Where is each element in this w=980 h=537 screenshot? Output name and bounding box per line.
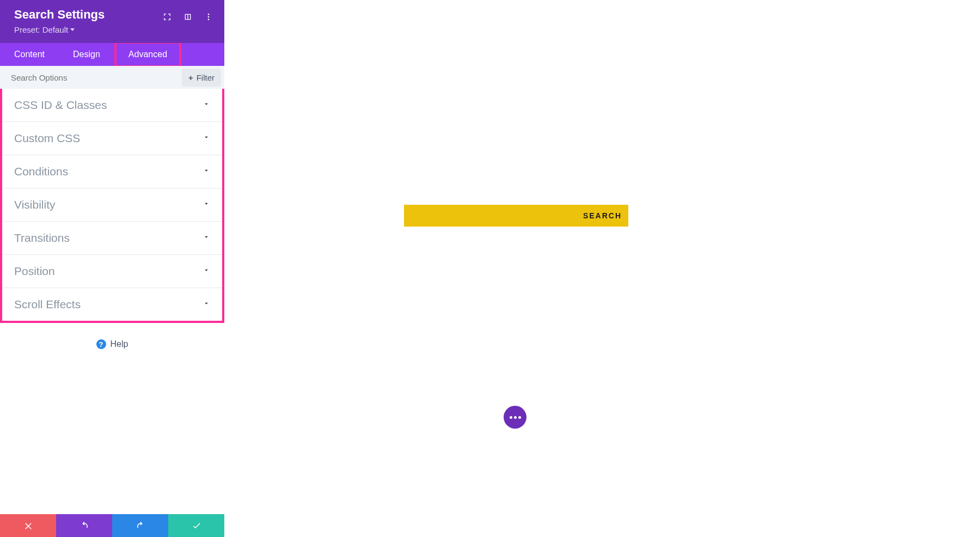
tab-content[interactable]: Content (0, 43, 59, 66)
accordion-label: Transitions (14, 231, 70, 245)
preset-dropdown[interactable]: Preset: Default (14, 25, 210, 34)
accordion-position[interactable]: Position (2, 255, 222, 288)
accordion-label: CSS ID & Classes (14, 99, 107, 112)
help-label: Help (111, 339, 128, 349)
accordion-label: Visibility (14, 198, 55, 211)
svg-point-2 (208, 19, 210, 20)
search-widget-label: SEARCH (583, 211, 622, 220)
search-options-input[interactable] (0, 68, 182, 88)
panel-header: Search Settings Preset: Default (0, 0, 224, 43)
accordion-label: Position (14, 265, 55, 278)
accordion-label: Scroll Effects (14, 298, 81, 311)
chevron-down-icon (203, 233, 210, 243)
help-row[interactable]: ? Help (0, 323, 224, 359)
svg-point-1 (208, 16, 210, 18)
svg-point-0 (208, 14, 210, 15)
cancel-button[interactable] (0, 514, 56, 537)
undo-button[interactable] (56, 514, 112, 537)
plus-icon: + (188, 73, 193, 82)
redo-button[interactable] (112, 514, 168, 537)
footer-bar (0, 514, 224, 537)
accordion-transitions[interactable]: Transitions (2, 222, 222, 255)
save-button[interactable] (168, 514, 224, 537)
caret-down-icon (70, 28, 75, 31)
chevron-down-icon (203, 133, 210, 143)
accordion-css-id-classes[interactable]: CSS ID & Classes (2, 89, 222, 122)
tab-design[interactable]: Design (59, 43, 114, 66)
more-icon[interactable] (204, 12, 213, 22)
chevron-down-icon (203, 200, 210, 210)
fab-more-button[interactable] (504, 406, 526, 429)
preview-area (224, 0, 980, 537)
search-widget[interactable]: SEARCH (404, 205, 628, 227)
preset-label: Preset: Default (14, 25, 68, 34)
header-icons (162, 12, 213, 22)
accordion-list: CSS ID & Classes Custom CSS Conditions V… (0, 89, 224, 323)
accordion-label: Conditions (14, 165, 68, 178)
help-icon: ? (96, 339, 106, 349)
accordion-scroll-effects[interactable]: Scroll Effects (2, 288, 222, 321)
chevron-down-icon (203, 266, 210, 276)
accordion-custom-css[interactable]: Custom CSS (2, 122, 222, 155)
tab-advanced[interactable]: Advanced (114, 41, 181, 68)
columns-icon[interactable] (183, 12, 193, 22)
tabs-row: Content Design Advanced (0, 43, 224, 66)
expand-icon[interactable] (162, 12, 172, 22)
chevron-down-icon (203, 167, 210, 176)
accordion-visibility[interactable]: Visibility (2, 188, 222, 222)
filter-label: Filter (197, 73, 215, 82)
chevron-down-icon (203, 100, 210, 110)
settings-panel: Search Settings Preset: Default Content … (0, 0, 224, 442)
chevron-down-icon (203, 300, 210, 309)
accordion-label: Custom CSS (14, 132, 80, 145)
more-dots-icon (510, 416, 521, 419)
accordion-conditions[interactable]: Conditions (2, 155, 222, 188)
filter-button[interactable]: + Filter (182, 69, 221, 87)
search-options-row: + Filter (0, 66, 224, 89)
